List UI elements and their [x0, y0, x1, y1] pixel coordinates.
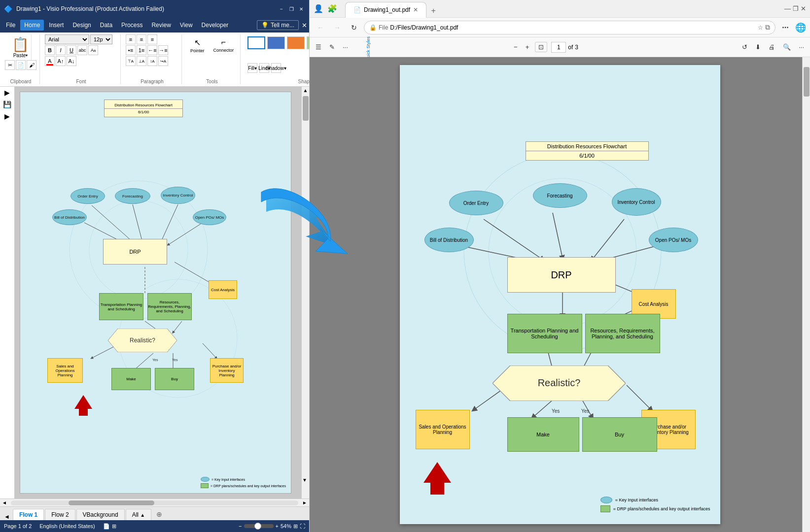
menu-file[interactable]: File: [2, 20, 19, 31]
top-align-btn[interactable]: ⊤A: [126, 56, 136, 66]
menu-process[interactable]: Process: [117, 20, 146, 31]
h-scroll-thumb[interactable]: [69, 500, 155, 505]
cut-btn[interactable]: ✂: [5, 60, 15, 70]
format-painter-btn[interactable]: 🖌: [27, 60, 36, 70]
page-view-icon[interactable]: 📄: [103, 523, 110, 530]
fill-btn[interactable]: Fill▾: [247, 63, 257, 73]
bullet-list-btn[interactable]: •≡: [126, 45, 136, 55]
pdf-save-btn[interactable]: ⬇: [753, 42, 763, 52]
add-tab-btn[interactable]: ⊕: [152, 508, 166, 520]
tell-me-box[interactable]: 💡 Tell me...: [257, 20, 299, 30]
visio-drp[interactable]: DRP: [103, 239, 167, 265]
menu-data[interactable]: Data: [96, 20, 116, 31]
visio-resources[interactable]: Resources, Requirements, Planning, and S…: [147, 293, 192, 320]
font-family-select[interactable]: Arial: [45, 34, 89, 44]
browser-minimize-btn[interactable]: —: [784, 5, 791, 12]
scroll-left-btn[interactable]: ◄: [0, 500, 9, 505]
scroll-down-btn[interactable]: ▼: [301, 476, 308, 484]
sidebar-expand-icon[interactable]: ▶: [4, 112, 10, 120]
middle-align-btn[interactable]: ⊥A: [137, 56, 146, 66]
refresh-btn[interactable]: ↻: [347, 21, 361, 34]
pdf-print-btn[interactable]: 🖨: [767, 42, 777, 52]
style-swatch-1[interactable]: [247, 36, 265, 49]
indent-decrease-btn[interactable]: ←≡: [147, 45, 157, 55]
align-left-btn[interactable]: ≡: [126, 34, 136, 44]
paste-btn[interactable]: Paste ▾: [13, 53, 28, 58]
all-tab-arrow[interactable]: ▲: [140, 512, 145, 518]
paste-dropdown-icon[interactable]: ▾: [26, 53, 28, 58]
zoom-out-btn[interactable]: −: [239, 523, 242, 529]
visio-order-entry[interactable]: Order Entry: [70, 188, 105, 204]
pdf-rotate-btn[interactable]: ↺: [740, 42, 749, 52]
visio-scrollbar-right[interactable]: ▲ ▼: [301, 87, 309, 499]
align-center-btn[interactable]: ≡: [137, 34, 146, 44]
connector-tool-btn[interactable]: ⌐ Connector: [210, 36, 238, 55]
menu-design[interactable]: Design: [69, 20, 95, 31]
pdf-find-btn[interactable]: 🔍: [781, 42, 793, 52]
split-view-icon[interactable]: ⧉: [765, 23, 770, 32]
decrease-font-btn[interactable]: A↓: [67, 56, 76, 66]
h-scroll-track[interactable]: [11, 500, 298, 505]
menu-developer[interactable]: Developer: [198, 20, 233, 31]
address-bar[interactable]: 🔒 File D:/Files/Drawing1_out.pdf ☆ ⧉: [364, 21, 775, 34]
visio-transportation[interactable]: Transportation Planning and Scheduling: [99, 293, 143, 320]
paste-icon[interactable]: 📋: [12, 36, 29, 53]
visio-sales-ops[interactable]: Sales and Operations Planning: [47, 358, 83, 383]
underline-btn[interactable]: U: [67, 45, 76, 55]
align-right-btn[interactable]: ≡: [147, 34, 157, 44]
style-swatch-3[interactable]: [287, 36, 305, 49]
browser-more-btn[interactable]: ···: [778, 21, 792, 34]
zoom-slider[interactable]: [244, 524, 274, 528]
minimize-btn[interactable]: −: [278, 5, 285, 13]
style-swatch-2[interactable]: [267, 36, 285, 49]
zoom-in-btn[interactable]: +: [276, 523, 279, 529]
pdf-zoom-out-btn[interactable]: −: [512, 42, 520, 52]
scroll-up-btn[interactable]: ▲: [302, 87, 309, 94]
visio-make[interactable]: Make: [111, 368, 151, 390]
menu-view[interactable]: View: [176, 20, 197, 31]
increase-font-btn[interactable]: A↑: [56, 56, 66, 66]
menu-review[interactable]: Review: [147, 20, 175, 31]
pdf-scrollbar[interactable]: [802, 57, 810, 532]
menu-home[interactable]: Home: [20, 20, 44, 31]
new-tab-btn[interactable]: +: [426, 4, 440, 18]
tab-all[interactable]: All ▲: [126, 509, 152, 520]
restore-btn[interactable]: ❐: [287, 5, 295, 13]
bold-btn[interactable]: B: [45, 45, 55, 55]
forward-btn[interactable]: →: [330, 21, 344, 34]
pdf-toolbar-more-btn[interactable]: ···: [797, 42, 806, 52]
visio-cost-analysis[interactable]: Cost Analysis: [209, 280, 237, 299]
font-color-btn[interactable]: A: [45, 56, 55, 66]
visio-bill-distribution[interactable]: Bill of Distribution: [52, 209, 87, 225]
pdf-page-input[interactable]: [551, 42, 566, 53]
pdf-content-area[interactable]: Yes Yes Distribution Resources Flowchart…: [310, 57, 810, 532]
extension-icon[interactable]: 🧩: [327, 4, 337, 13]
pdf-zoom-in-btn[interactable]: +: [524, 42, 531, 52]
pdf-pen-btn[interactable]: ✎: [327, 42, 337, 52]
back-btn[interactable]: ←: [314, 21, 327, 34]
visio-inventory-control[interactable]: Inventory Control: [161, 187, 195, 204]
visio-forecasting[interactable]: Forecasting: [115, 188, 150, 204]
profile-icon[interactable]: 👤: [314, 4, 323, 13]
tab-flow1[interactable]: Flow 1: [13, 509, 44, 520]
tab-flow2[interactable]: Flow 2: [45, 509, 75, 520]
pdf-more-tools-btn[interactable]: ···: [341, 42, 350, 52]
copy-btn[interactable]: 📄: [16, 60, 26, 70]
scroll-right-arrow-btn[interactable]: ►: [300, 500, 309, 505]
dir-btn[interactable]: ↕A: [147, 56, 157, 66]
font-size-select[interactable]: 12pt.: [90, 34, 112, 44]
sidebar-toggle-btn[interactable]: ▶: [4, 89, 10, 97]
pdf-scroll-thumb[interactable]: [804, 67, 810, 97]
scroll-thumb[interactable]: [303, 96, 309, 121]
full-screen-btn[interactable]: ⛶: [300, 523, 305, 529]
close-tab-icon[interactable]: ✕: [413, 6, 418, 13]
bookmark-icon[interactable]: ☆: [758, 24, 763, 31]
visio-scrollbar-bottom[interactable]: ◄ ►: [0, 499, 309, 506]
visio-open-pos[interactable]: Open POs/ MOs: [193, 209, 226, 225]
number-list-btn[interactable]: 1≡: [137, 45, 146, 55]
browser-close-btn[interactable]: ✕: [801, 5, 806, 12]
sidebar-save-icon[interactable]: 💾: [3, 100, 11, 108]
browser-tab-pdf[interactable]: 📄 Drawing1_out.pdf ✕: [345, 2, 426, 18]
pdf-toc-btn[interactable]: ☰: [314, 42, 323, 52]
tab-scroll-left[interactable]: ◄: [2, 513, 12, 520]
